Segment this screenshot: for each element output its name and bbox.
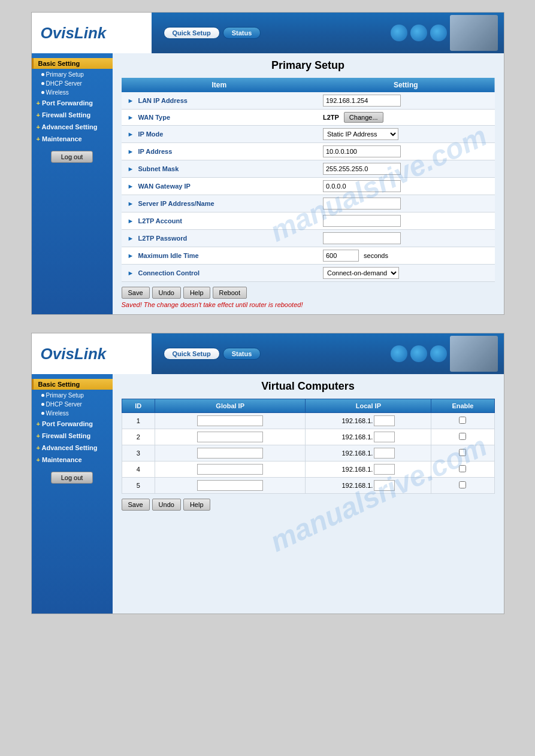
header-icons2 — [391, 333, 504, 374]
quick-setup-btn2[interactable]: Quick Setup — [164, 348, 220, 360]
wan-change-btn[interactable]: Change... — [344, 112, 383, 123]
sidebar-item-primary2[interactable]: Primary Setup — [32, 391, 113, 400]
undo-btn2[interactable]: Undo — [152, 499, 181, 511]
undo-btn1[interactable]: Undo — [152, 287, 181, 299]
sidebar-maintenance2[interactable]: Maintenance — [32, 454, 113, 466]
local-ip-input-5[interactable] — [374, 480, 395, 491]
row-value: L2TP Change... — [317, 110, 495, 126]
sidebar-maintenance1[interactable]: Maintenance — [32, 133, 113, 145]
row-value — [317, 212, 495, 230]
status-btn2[interactable]: Status — [223, 348, 261, 360]
lan-ip-input[interactable] — [323, 95, 401, 107]
subnet-mask-input[interactable] — [323, 163, 401, 175]
save-btn2[interactable]: Save — [122, 499, 150, 511]
table-row: ► LAN IP Address — [122, 92, 495, 110]
local-ip-input-1[interactable] — [374, 415, 395, 426]
enable-checkbox-5[interactable] — [459, 481, 466, 488]
globe-icon3 — [430, 25, 447, 41]
vc-row: 4 192.168.1. — [122, 462, 494, 478]
global-ip-input-1[interactable] — [197, 415, 263, 426]
vc-enable — [431, 413, 494, 429]
wan-type-label: L2TP — [323, 114, 339, 121]
help-btn1[interactable]: Help — [183, 287, 210, 299]
logo1: OvisLink — [41, 24, 107, 42]
row-arrow: ► — [128, 97, 134, 104]
sidebar-basic-setting2[interactable]: Basic Setting — [32, 379, 113, 390]
sidebar-item-primary-setup1[interactable]: Primary Setup — [32, 70, 113, 79]
local-ip-group-4: 192.168.1. — [310, 464, 426, 475]
table-row: ► L2TP Password — [122, 230, 495, 247]
global-ip-input-5[interactable] — [197, 480, 263, 491]
logout-btn1[interactable]: Log out — [51, 151, 93, 163]
col-local-ip: Local IP — [306, 399, 431, 413]
l2tp-password-input[interactable] — [323, 232, 401, 244]
global-ip-input-4[interactable] — [197, 464, 263, 475]
local-ip-group-5: 192.168.1. — [310, 480, 426, 491]
local-ip-group-2: 192.168.1. — [310, 432, 426, 442]
vc-id: 5 — [122, 478, 155, 494]
table-row: ► L2TP Account — [122, 212, 495, 230]
vc-local-ip: 192.168.1. — [306, 462, 431, 478]
vc-table: ID Global IP Local IP Enable 1 192.168.1… — [122, 399, 495, 494]
enable-checkbox-3[interactable] — [459, 449, 466, 456]
status-btn1[interactable]: Status — [223, 27, 261, 39]
row-arrow: ► — [128, 183, 134, 190]
globe-icon4 — [391, 345, 407, 362]
logo-area1: OvisLink — [32, 13, 152, 53]
row-value — [317, 178, 495, 195]
enable-checkbox-4[interactable] — [459, 465, 466, 472]
global-ip-input-2[interactable] — [197, 432, 263, 442]
sidebar-circle3 — [41, 91, 44, 94]
logo2: OvisLink — [41, 345, 107, 363]
sidebar-item-dhcp1[interactable]: DHCP Server — [32, 79, 113, 88]
connection-control-select[interactable]: Connect-on-demand Always on Manual — [323, 267, 399, 279]
wan-gateway-input[interactable] — [323, 180, 401, 192]
global-ip-input-3[interactable] — [197, 448, 263, 459]
row-label: ► L2TP Password — [122, 230, 317, 247]
table-row: ► Connection Control Connect-on-demand A… — [122, 265, 495, 282]
sidebar-basic-setting1[interactable]: Basic Setting — [32, 58, 113, 69]
l2tp-account-input[interactable] — [323, 215, 401, 227]
sidebar-circle5 — [41, 403, 44, 406]
row-value — [317, 230, 495, 247]
row-arrow: ► — [128, 200, 134, 207]
body-layout2: Basic Setting Primary Setup DHCP Server … — [32, 374, 504, 614]
sidebar-advanced2[interactable]: Advanced Setting — [32, 442, 113, 454]
local-ip-input-3[interactable] — [374, 448, 395, 459]
server-ip-input[interactable] — [323, 198, 401, 210]
enable-checkbox-1[interactable] — [459, 417, 466, 424]
row-value: Connect-on-demand Always on Manual — [317, 265, 495, 282]
sidebar-firewall1[interactable]: Firewall Setting — [32, 109, 113, 121]
ip-address-input[interactable] — [323, 145, 401, 157]
ip-mode-select[interactable]: Static IP Address Dynamic IP Address — [323, 128, 398, 140]
sidebar-port-forwarding1[interactable]: Port Forwarding — [32, 97, 113, 109]
sidebar-port-forwarding2[interactable]: Port Forwarding — [32, 418, 113, 430]
sidebar-advanced1[interactable]: Advanced Setting — [32, 121, 113, 133]
header-photo1 — [450, 15, 498, 51]
table-row: ► WAN Gateway IP — [122, 178, 495, 195]
vc-row: 5 192.168.1. — [122, 478, 494, 494]
table-row: ► WAN Type L2TP Change... — [122, 110, 495, 126]
row-label: ► Server IP Address/Name — [122, 195, 317, 212]
vc-local-ip: 192.168.1. — [306, 445, 431, 462]
local-ip-input-4[interactable] — [374, 464, 395, 475]
vc-global-ip — [155, 413, 306, 429]
vc-row: 3 192.168.1. — [122, 445, 494, 462]
max-idle-input[interactable] — [323, 250, 359, 262]
local-ip-input-2[interactable] — [374, 432, 395, 442]
reboot-btn1[interactable]: Reboot — [213, 287, 247, 299]
sidebar-item-wireless1[interactable]: Wireless — [32, 88, 113, 97]
sidebar-firewall2[interactable]: Firewall Setting — [32, 430, 113, 442]
sidebar-item-dhcp2[interactable]: DHCP Server — [32, 400, 113, 409]
vc-global-ip — [155, 478, 306, 494]
help-btn2[interactable]: Help — [183, 499, 210, 511]
enable-checkbox-2[interactable] — [459, 433, 466, 440]
sidebar-item-wireless2[interactable]: Wireless — [32, 409, 113, 418]
save-btn1[interactable]: Save — [122, 287, 150, 299]
vc-id: 2 — [122, 429, 155, 445]
table-row: ► Maximum Idle Time seconds — [122, 247, 495, 265]
quick-setup-btn1[interactable]: Quick Setup — [164, 27, 220, 39]
header-icons1 — [391, 13, 504, 53]
logout-btn2[interactable]: Log out — [51, 472, 93, 484]
row-arrow: ► — [128, 165, 134, 172]
